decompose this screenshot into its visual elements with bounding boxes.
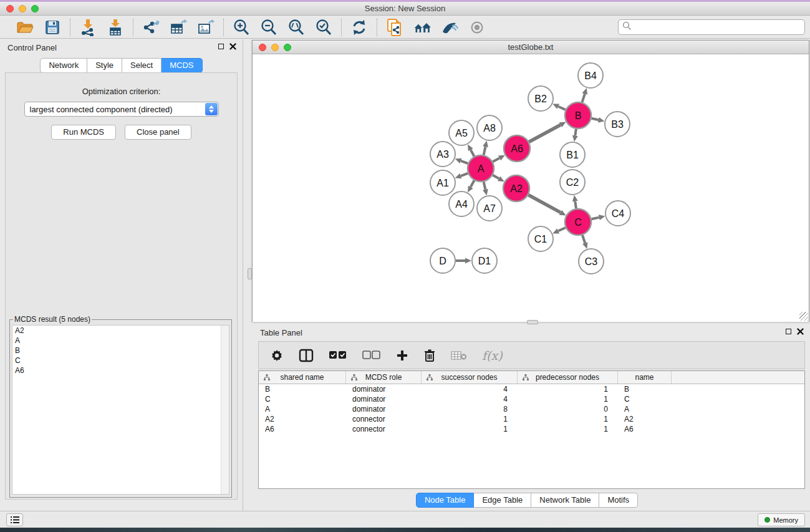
edge-A-A1[interactable] [461,173,468,176]
export-table-icon[interactable] [170,19,187,36]
edge-C-C3[interactable] [582,235,585,243]
mcds-result-list[interactable]: A2ABCA6 [12,325,229,495]
table-cell[interactable]: dominator [346,404,422,414]
tab-network-table[interactable]: Network Table [531,493,599,508]
graph-node-C2[interactable]: C2 [560,170,585,195]
network-canvas[interactable]: B4B2BB3A5A8A6A3B1AA1C2A2A4A7C4CC1DD1C3 [253,54,809,322]
graph-node-A5[interactable]: A5 [449,120,474,145]
table-cell[interactable]: B [618,384,672,394]
graph-node-A4[interactable]: A4 [449,191,474,216]
table-cell[interactable]: C [618,394,672,404]
table-cell[interactable]: B [259,384,346,394]
table-cell[interactable]: C [259,394,346,404]
graph-node-A2[interactable]: A2 [503,175,529,201]
tab-network[interactable]: Network [40,58,87,73]
table-cell[interactable]: 0 [518,404,618,414]
graph-node-A[interactable]: A [468,155,494,181]
delete-icon[interactable] [423,346,436,365]
table-cell[interactable]: 1 [422,424,518,434]
search-box[interactable] [618,19,805,35]
settings-gear-icon[interactable] [270,346,284,365]
export-network-icon[interactable] [142,19,160,36]
edge-B-B4[interactable] [582,94,585,102]
memory-button[interactable]: Memory [758,513,805,526]
zoom-in-icon[interactable] [233,19,250,36]
column-header-shared-name[interactable]: shared name [259,371,346,384]
edge-A-A4[interactable] [471,180,475,186]
result-list-item[interactable]: B [12,346,229,355]
result-list-item[interactable]: A [12,336,229,346]
open-icon[interactable] [16,19,34,36]
graph-node-B4[interactable]: B4 [578,63,603,88]
zoom-fit-icon[interactable] [287,19,305,36]
table-cell[interactable]: connector [346,424,422,434]
table-cell[interactable]: 1 [518,414,618,424]
add-column-icon[interactable] [396,346,408,365]
import-network-icon[interactable] [79,19,97,36]
edge-A2-C[interactable] [528,195,561,213]
zoom-selected-icon[interactable] [315,19,332,36]
graph-node-A1[interactable]: A1 [430,170,455,195]
column-header-successor-nodes[interactable]: successor nodes [422,371,518,384]
graph-node-B[interactable]: B [565,102,591,128]
result-list-item[interactable]: C [12,355,229,365]
graph-node-C3[interactable]: C3 [579,249,604,274]
graph-node-C1[interactable]: C1 [528,226,553,251]
table-cell[interactable]: A6 [259,424,346,434]
float-panel-icon[interactable] [218,44,224,49]
table-cell[interactable]: 4 [422,384,518,394]
edge-A-A8[interactable] [484,147,486,155]
edge-B-B2[interactable] [558,107,566,110]
table-cell[interactable]: 8 [422,404,518,414]
edge-C-C2[interactable] [575,201,576,209]
task-history-button[interactable] [6,513,23,526]
edge-A-A7[interactable] [484,181,486,189]
tab-motifs[interactable]: Motifs [599,493,638,508]
table-cell[interactable]: A2 [618,414,672,424]
graph-node-C[interactable]: C [565,209,591,235]
select-all-icon[interactable] [329,346,347,365]
tab-select[interactable]: Select [122,58,162,73]
table-cell[interactable]: A2 [259,414,346,424]
edge-A6-B[interactable] [529,125,561,142]
graph-node-B1[interactable]: B1 [560,142,585,167]
result-list-item[interactable]: A2 [12,326,229,336]
graph-node-D[interactable]: D [430,248,455,273]
network-view-window[interactable]: testGlobe.txt B4B2BB3A5A8A6A3B1AA1C2A2A4… [252,40,809,322]
graphics-details-icon[interactable] [441,19,458,36]
split-columns-icon[interactable] [299,346,314,365]
table-cell[interactable]: dominator [346,384,422,394]
clone-network-icon[interactable] [386,19,403,36]
graph-node-A3[interactable]: A3 [430,142,455,167]
table-cell[interactable]: dominator [346,394,422,404]
column-header-name[interactable]: name [618,371,672,384]
network-window-titlebar[interactable]: testGlobe.txt [253,41,809,54]
node-table[interactable]: shared nameMCDS rolesuccessor nodesprede… [258,370,805,489]
edge-A-A6[interactable] [493,158,499,162]
home-icon[interactable] [413,19,431,36]
network-graph[interactable]: B4B2BB3A5A8A6A3B1AA1C2A2A4A7C4CC1DD1C3 [253,54,809,322]
birdseye-view-icon[interactable] [468,19,486,36]
criterion-dropdown[interactable]: largest connected component (directed) [24,102,219,117]
graph-node-A6[interactable]: A6 [504,135,530,162]
table-cell[interactable]: A [618,404,672,414]
splitter-handle-horizontal[interactable] [527,320,538,324]
table-row[interactable]: A6connector11A6 [259,424,804,434]
run-mcds-button[interactable]: Run MCDS [51,125,116,140]
table-cell[interactable]: connector [346,414,422,424]
table-cell[interactable]: 4 [422,394,518,404]
table-cell[interactable]: 1 [422,414,518,424]
table-cell[interactable]: A6 [618,424,672,434]
deselect-all-icon[interactable] [362,346,381,365]
search-input[interactable] [632,23,794,32]
edge-A-A2[interactable] [493,175,499,179]
result-list-scrollbar[interactable] [221,326,229,494]
result-list-item[interactable]: A6 [12,365,229,375]
export-image-icon[interactable] [197,19,215,36]
graph-node-C4[interactable]: C4 [605,201,630,226]
tab-node-table[interactable]: Node Table [416,493,475,508]
zoom-out-icon[interactable] [260,19,277,36]
graph-node-B2[interactable]: B2 [528,86,553,111]
table-row[interactable]: Bdominator41B [259,384,804,394]
table-cell[interactable]: A [259,404,346,414]
